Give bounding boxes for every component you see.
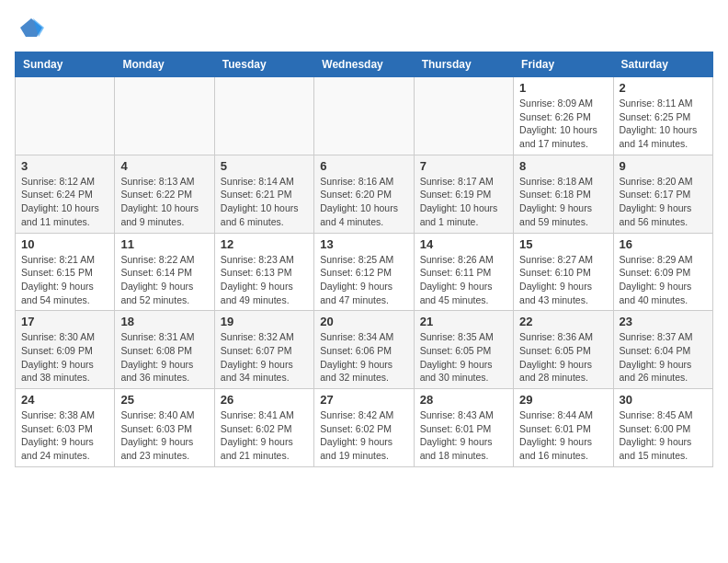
day-info: Sunrise: 8:16 AM Sunset: 6:20 PM Dayligh… [320, 175, 407, 229]
calendar-cell [214, 77, 313, 155]
day-number: 29 [519, 393, 607, 407]
day-info: Sunrise: 8:14 AM Sunset: 6:21 PM Dayligh… [221, 175, 308, 229]
day-info: Sunrise: 8:12 AM Sunset: 6:24 PM Dayligh… [21, 175, 108, 229]
calendar-cell: 1Sunrise: 8:09 AM Sunset: 6:26 PM Daylig… [514, 77, 613, 155]
day-number: 3 [21, 159, 108, 173]
calendar-cell: 17Sunrise: 8:30 AM Sunset: 6:09 PM Dayli… [16, 311, 115, 389]
calendar-cell: 16Sunrise: 8:29 AM Sunset: 6:09 PM Dayli… [613, 233, 712, 311]
weekday-header-wednesday: Wednesday [314, 52, 414, 77]
calendar-cell: 6Sunrise: 8:16 AM Sunset: 6:20 PM Daylig… [314, 155, 414, 233]
day-number: 9 [620, 159, 707, 173]
calendar-week-5: 24Sunrise: 8:38 AM Sunset: 6:03 PM Dayli… [16, 389, 713, 467]
day-info: Sunrise: 8:31 AM Sunset: 6:08 PM Dayligh… [120, 330, 208, 385]
day-info: Sunrise: 8:27 AM Sunset: 6:10 PM Dayligh… [519, 253, 607, 307]
calendar-cell: 3Sunrise: 8:12 AM Sunset: 6:24 PM Daylig… [16, 155, 115, 233]
calendar-week-1: 1Sunrise: 8:09 AM Sunset: 6:26 PM Daylig… [16, 77, 713, 155]
day-info: Sunrise: 8:29 AM Sunset: 6:09 PM Dayligh… [620, 253, 707, 307]
day-number: 28 [420, 393, 507, 407]
day-info: Sunrise: 8:25 AM Sunset: 6:12 PM Dayligh… [320, 253, 407, 307]
day-info: Sunrise: 8:43 AM Sunset: 6:01 PM Dayligh… [420, 408, 507, 463]
day-info: Sunrise: 8:30 AM Sunset: 6:09 PM Dayligh… [21, 330, 108, 385]
day-info: Sunrise: 8:09 AM Sunset: 6:26 PM Dayligh… [519, 97, 607, 151]
day-info: Sunrise: 8:40 AM Sunset: 6:03 PM Dayligh… [120, 408, 208, 463]
day-number: 17 [21, 315, 108, 328]
calendar-cell: 8Sunrise: 8:18 AM Sunset: 6:18 PM Daylig… [514, 155, 613, 233]
day-number: 11 [120, 237, 208, 251]
day-number: 30 [620, 393, 707, 407]
day-info: Sunrise: 8:38 AM Sunset: 6:03 PM Dayligh… [21, 408, 108, 463]
weekday-header-monday: Monday [115, 52, 214, 77]
calendar-cell: 22Sunrise: 8:36 AM Sunset: 6:05 PM Dayli… [514, 311, 613, 389]
day-number: 22 [519, 315, 607, 328]
calendar-cell: 26Sunrise: 8:41 AM Sunset: 6:02 PM Dayli… [214, 389, 313, 467]
calendar-cell [314, 77, 414, 155]
calendar-cell: 23Sunrise: 8:37 AM Sunset: 6:04 PM Dayli… [613, 311, 712, 389]
logo [15, 15, 44, 40]
calendar-cell: 25Sunrise: 8:40 AM Sunset: 6:03 PM Dayli… [115, 389, 214, 467]
calendar-cell: 12Sunrise: 8:23 AM Sunset: 6:13 PM Dayli… [214, 233, 313, 311]
day-info: Sunrise: 8:36 AM Sunset: 6:05 PM Dayligh… [519, 330, 607, 385]
day-number: 12 [221, 237, 308, 251]
day-info: Sunrise: 8:45 AM Sunset: 6:00 PM Dayligh… [620, 408, 707, 463]
calendar-cell [414, 77, 513, 155]
day-number: 15 [519, 237, 607, 251]
weekday-header-saturday: Saturday [613, 52, 712, 77]
day-number: 23 [620, 315, 707, 328]
calendar-cell: 13Sunrise: 8:25 AM Sunset: 6:12 PM Dayli… [314, 233, 414, 311]
calendar-cell: 29Sunrise: 8:44 AM Sunset: 6:01 PM Dayli… [514, 389, 613, 467]
day-number: 24 [21, 393, 108, 407]
day-number: 13 [320, 237, 407, 251]
day-number: 16 [620, 237, 707, 251]
day-number: 26 [221, 393, 308, 407]
calendar-cell: 4Sunrise: 8:13 AM Sunset: 6:22 PM Daylig… [115, 155, 214, 233]
calendar-cell: 30Sunrise: 8:45 AM Sunset: 6:00 PM Dayli… [613, 389, 712, 467]
calendar-cell: 24Sunrise: 8:38 AM Sunset: 6:03 PM Dayli… [16, 389, 115, 467]
calendar-week-4: 17Sunrise: 8:30 AM Sunset: 6:09 PM Dayli… [16, 311, 713, 389]
day-info: Sunrise: 8:35 AM Sunset: 6:05 PM Dayligh… [420, 330, 507, 385]
weekday-header-thursday: Thursday [414, 52, 513, 77]
weekday-header-tuesday: Tuesday [214, 52, 313, 77]
calendar-week-3: 10Sunrise: 8:21 AM Sunset: 6:15 PM Dayli… [16, 233, 713, 311]
day-number: 10 [21, 237, 108, 251]
calendar-cell: 2Sunrise: 8:11 AM Sunset: 6:25 PM Daylig… [613, 77, 712, 155]
calendar-cell: 11Sunrise: 8:22 AM Sunset: 6:14 PM Dayli… [115, 233, 214, 311]
page-header [15, 15, 713, 40]
day-number: 27 [320, 393, 407, 407]
day-number: 19 [221, 315, 308, 328]
calendar-header-row: SundayMondayTuesdayWednesdayThursdayFrid… [16, 52, 713, 77]
day-info: Sunrise: 8:42 AM Sunset: 6:02 PM Dayligh… [320, 408, 407, 463]
day-info: Sunrise: 8:11 AM Sunset: 6:25 PM Dayligh… [620, 97, 707, 151]
calendar-cell: 15Sunrise: 8:27 AM Sunset: 6:10 PM Dayli… [514, 233, 613, 311]
calendar-cell: 21Sunrise: 8:35 AM Sunset: 6:05 PM Dayli… [414, 311, 513, 389]
calendar-cell: 7Sunrise: 8:17 AM Sunset: 6:19 PM Daylig… [414, 155, 513, 233]
calendar-cell: 14Sunrise: 8:26 AM Sunset: 6:11 PM Dayli… [414, 233, 513, 311]
day-info: Sunrise: 8:18 AM Sunset: 6:18 PM Dayligh… [519, 175, 607, 229]
calendar-table: SundayMondayTuesdayWednesdayThursdayFrid… [15, 52, 713, 467]
day-info: Sunrise: 8:13 AM Sunset: 6:22 PM Dayligh… [120, 175, 208, 229]
day-number: 20 [320, 315, 407, 328]
logo-icon [18, 15, 44, 40]
calendar-cell: 10Sunrise: 8:21 AM Sunset: 6:15 PM Dayli… [16, 233, 115, 311]
calendar-cell [16, 77, 115, 155]
day-info: Sunrise: 8:34 AM Sunset: 6:06 PM Dayligh… [320, 330, 407, 385]
day-info: Sunrise: 8:21 AM Sunset: 6:15 PM Dayligh… [21, 253, 108, 307]
day-number: 8 [519, 159, 607, 173]
day-number: 6 [320, 159, 407, 173]
day-info: Sunrise: 8:23 AM Sunset: 6:13 PM Dayligh… [221, 253, 308, 307]
day-number: 7 [420, 159, 507, 173]
day-number: 18 [120, 315, 208, 328]
weekday-header-friday: Friday [514, 52, 613, 77]
day-number: 1 [519, 81, 607, 95]
day-info: Sunrise: 8:41 AM Sunset: 6:02 PM Dayligh… [221, 408, 308, 463]
calendar-cell: 5Sunrise: 8:14 AM Sunset: 6:21 PM Daylig… [214, 155, 313, 233]
calendar-cell: 9Sunrise: 8:20 AM Sunset: 6:17 PM Daylig… [613, 155, 712, 233]
day-info: Sunrise: 8:37 AM Sunset: 6:04 PM Dayligh… [620, 330, 707, 385]
day-info: Sunrise: 8:20 AM Sunset: 6:17 PM Dayligh… [620, 175, 707, 229]
day-number: 14 [420, 237, 507, 251]
day-number: 21 [420, 315, 507, 328]
day-info: Sunrise: 8:32 AM Sunset: 6:07 PM Dayligh… [221, 330, 308, 385]
calendar-cell: 19Sunrise: 8:32 AM Sunset: 6:07 PM Dayli… [214, 311, 313, 389]
calendar-cell: 28Sunrise: 8:43 AM Sunset: 6:01 PM Dayli… [414, 389, 513, 467]
day-info: Sunrise: 8:17 AM Sunset: 6:19 PM Dayligh… [420, 175, 507, 229]
calendar-cell [115, 77, 214, 155]
